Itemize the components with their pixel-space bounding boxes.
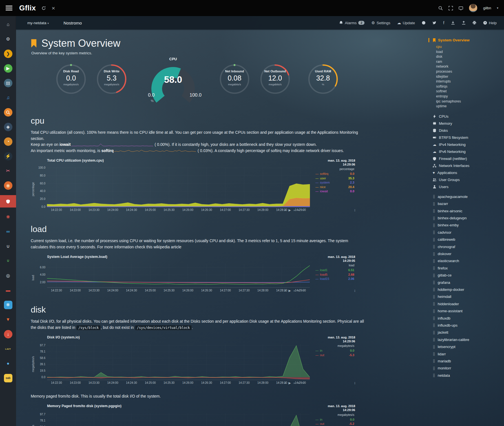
launcher-organizr[interactable]: ◈ xyxy=(0,122,16,132)
sidebar-category-applications[interactable]: ♥Applications xyxy=(433,169,502,176)
sidebar-app-jackett[interactable]: ⣿jackett xyxy=(433,329,502,336)
sidebar-sub-ram[interactable]: ram xyxy=(436,59,502,64)
app-title[interactable]: Gflix xyxy=(19,4,36,12)
launcher-airsonic[interactable]: ♫ xyxy=(0,93,16,103)
toolbox-play-icon[interactable]: ▶ xyxy=(289,381,291,385)
launcher-unmanic[interactable]: ∪ xyxy=(0,241,16,251)
launcher-droplet-app[interactable]: ● xyxy=(0,358,16,369)
nav-alarms[interactable]: Alarms2 xyxy=(339,21,364,25)
chart-plot[interactable]: 6.004.002.0014:22:3014:23:0014:23:3014:2… xyxy=(35,263,311,293)
sidebar-sub-disk[interactable]: disk xyxy=(436,54,502,59)
chart-resize-handle[interactable]: ↕ xyxy=(354,288,356,293)
sidebar-sub-load[interactable]: load xyxy=(436,50,502,55)
sidebar-app-mariadb[interactable]: ⣿mariadb xyxy=(433,358,502,365)
nav-update[interactable]: ☁Update xyxy=(397,21,415,25)
sidebar-section-system-overview[interactable]: System Overview xyxy=(428,38,502,42)
toolbox-zoom-in-icon[interactable]: + xyxy=(298,208,299,212)
gauge-net-inbound[interactable]: Net Inbound0.08megabits/s xyxy=(219,64,250,96)
launcher-library[interactable]: ▤ xyxy=(0,78,16,88)
sidebar-category-btrfs-filesystem[interactable]: BTRFS filesystem xyxy=(433,134,502,141)
gauge-disk-read[interactable]: Disk Read0.0megabytes/s xyxy=(56,64,87,96)
sidebar-app-hiddenloader[interactable]: ⣿hiddenloader xyxy=(433,300,502,307)
launcher-settings[interactable]: ⚙ xyxy=(0,34,16,44)
sidebar-app-binhex-delugevpn[interactable]: ⣿binhex-delugevpn xyxy=(433,215,502,222)
launcher-mylar[interactable]: ✂ xyxy=(0,166,16,176)
launcher-home[interactable]: ⌂ xyxy=(0,19,16,30)
chart-plot[interactable]: 97.778.158.639.119.50.014:22:3014:23:001… xyxy=(35,343,311,385)
sidebar-app-firefox[interactable]: ⣿firefox xyxy=(433,265,502,272)
sidebar-app-cadvisor[interactable]: ⣿cadvisor xyxy=(433,229,502,236)
chart-toolbox[interactable]: «▶»+− xyxy=(284,381,304,385)
nav-github[interactable] xyxy=(422,21,426,25)
toolbox-zoom-in-icon[interactable]: + xyxy=(298,289,299,293)
launcher-bookstack[interactable]: ◉ xyxy=(0,180,16,191)
avatar[interactable] xyxy=(469,4,478,12)
sidebar-app-calibreweb[interactable]: ⣿calibreweb xyxy=(433,236,502,243)
legend-item-softirq[interactable]: —softirq0.0 xyxy=(315,172,354,176)
legend-item-load1[interactable]: —load16.51 xyxy=(315,268,354,272)
sidebar-sub-network[interactable]: network xyxy=(436,64,502,69)
toolbox-zoom-in-icon[interactable]: + xyxy=(298,381,299,385)
host-dropdown[interactable]: my-netdata ▾ xyxy=(27,21,49,25)
launcher-emby[interactable]: ▶ xyxy=(0,63,16,73)
sidebar-category-network-interfaces[interactable]: Network Interfaces xyxy=(433,162,502,169)
legend-item-load15[interactable]: —load152.06 xyxy=(315,277,354,281)
search-icon[interactable] xyxy=(438,6,443,10)
legend-item-iowait[interactable]: —iowait0.0 xyxy=(315,189,354,193)
hamburger-menu-icon[interactable] xyxy=(6,6,12,10)
sidebar-category-user-groups[interactable]: User Groups xyxy=(433,176,502,183)
sidebar-app-home-assistant[interactable]: ⣿home-assistant xyxy=(433,307,502,315)
gauge-cpu[interactable]: CPU58.00.0100.0% xyxy=(143,57,203,104)
sidebar-sub-cpu[interactable]: cpu xyxy=(436,44,502,50)
chart-plot[interactable]: 97.778.158.639.119.50.014:22:3014:23:001… xyxy=(35,412,311,426)
gauge-used-ram[interactable]: Used RAM32.8% xyxy=(308,64,339,96)
sidebar-app-binhex-airsonic[interactable]: ⣿binhex-airsonic xyxy=(433,208,502,215)
sidebar-category-users[interactable]: Users xyxy=(433,183,502,190)
launcher-lazylibrarian[interactable]: LAZY xyxy=(0,344,16,354)
sidebar-category-ipv4-networking[interactable]: ☁IPv4 Networking xyxy=(433,141,502,148)
nav-import[interactable] xyxy=(451,21,455,25)
nav-print[interactable] xyxy=(472,21,476,25)
sidebar-category-ipv6-networking[interactable]: ☁IPv6 Networking xyxy=(433,148,502,155)
sidebar-app-letsencrypt[interactable]: ⣿letsencrypt xyxy=(433,343,502,350)
toolbox-pan-right-icon[interactable]: » xyxy=(293,208,295,212)
chart-pgpgio[interactable]: Memory Paged from/to disk (system.pgpgio… xyxy=(31,404,359,426)
legend-item-in[interactable]: —in0.0 xyxy=(315,418,354,422)
chart-load[interactable]: System Load Average (system.load)man. 13… xyxy=(31,255,359,293)
sidebar-app-monitorr[interactable]: ⣿monitorr xyxy=(433,365,502,372)
launcher-plex[interactable]: ❯ xyxy=(0,49,16,59)
sidebar-category-memory[interactable]: Memory xyxy=(433,120,502,127)
sidebar-app-apacheguacamole[interactable]: ⣿apacheguacamole xyxy=(433,193,502,200)
sidebar-app-bazarr[interactable]: ⣿bazarr xyxy=(433,200,502,207)
sidebar-app-binhex-emby[interactable]: ⣿binhex-emby xyxy=(433,222,502,229)
sidebar-sub-idlejitter[interactable]: idlejitter xyxy=(436,74,502,79)
legend-item-load5[interactable]: —load52.68 xyxy=(315,273,354,277)
sidebar-app-elasticsearch[interactable]: ⣿elasticsearch xyxy=(433,257,502,264)
nav-export[interactable] xyxy=(462,21,466,25)
close-icon[interactable]: × xyxy=(52,5,55,11)
launcher-downloader[interactable]: ↓ xyxy=(0,329,16,339)
toolbox-pan-left-icon[interactable]: « xyxy=(284,208,286,212)
screen-icon[interactable] xyxy=(459,6,463,10)
nav-help[interactable]: ?Help xyxy=(483,21,497,25)
launcher-tautulli[interactable]: ◔ xyxy=(0,137,16,147)
toolbox-zoom-out-icon[interactable]: − xyxy=(302,289,304,293)
nav-settings[interactable]: ⚙Settings xyxy=(371,21,390,25)
toolbox-play-icon[interactable]: ▶ xyxy=(289,208,291,212)
sidebar-app-netdata[interactable]: ⣿netdata xyxy=(433,372,502,379)
launcher-pills[interactable]: ▬ xyxy=(0,285,16,295)
legend-item-out[interactable]: —out-5.2 xyxy=(315,422,354,426)
chart-resize-handle[interactable]: ↕ xyxy=(354,208,356,212)
sidebar-sub-softnet[interactable]: softnet xyxy=(436,89,502,94)
legend-item-system[interactable]: —system2.3 xyxy=(315,180,354,185)
sidebar-app-heimdall[interactable]: ⣿heimdall xyxy=(433,293,502,300)
legend-item-nice[interactable]: —nice20.4 xyxy=(315,185,354,189)
sidebar-app-diskover[interactable]: ⣿diskover xyxy=(433,250,502,257)
toolbox-zoom-out-icon[interactable]: − xyxy=(302,208,304,212)
sidebar-category-firewall-netfilter-[interactable]: Firewall (netfilter) xyxy=(433,155,502,162)
launcher-snowflake-app[interactable]: ❄ xyxy=(0,300,16,310)
toolbox-zoom-out-icon[interactable]: − xyxy=(302,381,304,385)
sidebar-app-influxdb-ups[interactable]: ⣿influxdb-ups xyxy=(433,322,502,329)
sidebar-app-gitlab-ce[interactable]: ⣿gitlab-ce xyxy=(433,272,502,279)
sidebar-sub-processes[interactable]: processes xyxy=(436,69,502,74)
